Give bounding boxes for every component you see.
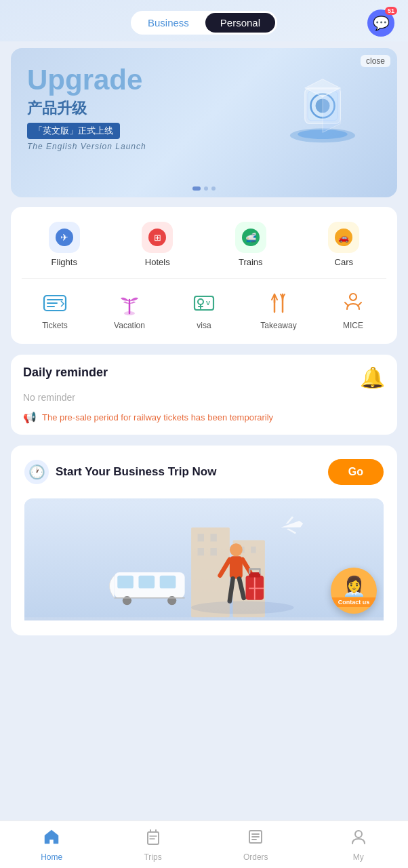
svg-point-45	[123, 596, 131, 605]
my-icon	[350, 828, 367, 850]
nav-orders-label: Orders	[243, 852, 268, 862]
flights-label: Flights	[52, 257, 77, 267]
reminder-notice: 📢 The pre-sale period for railway ticket…	[23, 411, 385, 424]
nav-trips-label: Trips	[144, 852, 161, 862]
nav-trips[interactable]: Trips	[133, 824, 172, 866]
vacation-icon	[115, 288, 144, 318]
contact-label: Contact us	[331, 597, 377, 607]
nav-home-label: Home	[41, 852, 62, 862]
svg-text:V: V	[206, 300, 210, 307]
banner-dots	[192, 186, 216, 191]
svg-rect-44	[160, 576, 176, 589]
takeaway-icon	[264, 288, 293, 318]
svg-point-46	[167, 596, 176, 605]
svg-rect-40	[251, 547, 256, 553]
nav-home[interactable]: Home	[30, 824, 73, 866]
go-button[interactable]: Go	[328, 459, 384, 485]
nav-orders[interactable]: Orders	[232, 824, 279, 866]
service-row-2: Tickets Vacation	[11, 279, 397, 340]
reminder-subtitle: No reminder	[23, 392, 385, 403]
chat-icon: 💬	[373, 15, 390, 31]
svg-line-30	[345, 302, 348, 306]
trip-illustration-svg	[24, 498, 384, 620]
service-visa[interactable]: V visa	[167, 284, 241, 334]
dot-3	[211, 186, 216, 191]
svg-line-31	[358, 302, 361, 306]
service-flights[interactable]: ✈ Flights	[18, 216, 111, 273]
banner-subtitle-cn: 产品升级	[27, 98, 381, 119]
reminder-header: Daily reminder 🔔	[23, 366, 385, 389]
service-row-1: ✈ Flights ⊞ Hotels 🚅 Trains	[11, 211, 397, 278]
svg-rect-35	[198, 534, 204, 541]
trains-icon: 🚅	[242, 229, 260, 246]
bottom-nav: Home Trips Orders	[0, 821, 408, 868]
svg-point-61	[191, 601, 293, 614]
mice-svg	[340, 290, 366, 316]
service-trains[interactable]: 🚅 Trains	[204, 216, 298, 273]
service-grid: ✈ Flights ⊞ Hotels 🚅 Trains	[11, 207, 397, 344]
trips-svg	[144, 828, 162, 846]
banner-close-button[interactable]: close	[361, 55, 390, 67]
service-takeaway[interactable]: Takeaway	[241, 284, 316, 334]
dot-1	[192, 186, 201, 191]
svg-point-29	[350, 294, 356, 300]
svg-rect-37	[198, 548, 204, 555]
notice-icon: 📢	[23, 411, 37, 424]
dot-2	[204, 186, 208, 191]
svg-point-20	[198, 299, 203, 304]
svg-text:⊞: ⊞	[154, 233, 161, 243]
tab-personal[interactable]: Personal	[205, 13, 275, 33]
trip-header: 🕐 Start Your Business Trip Now Go	[24, 459, 384, 485]
mice-icon	[338, 288, 368, 318]
visa-label: visa	[197, 321, 211, 330]
svg-point-71	[355, 831, 362, 837]
hotels-label: Hotels	[145, 257, 170, 267]
chat-badge: 51	[385, 7, 397, 15]
bell-icon[interactable]: 🔔	[360, 366, 385, 389]
tab-business[interactable]: Business	[133, 13, 204, 33]
svg-text:✈: ✈	[60, 232, 68, 243]
home-svg	[43, 828, 60, 846]
tickets-icon	[40, 288, 70, 318]
tickets-label: Tickets	[42, 321, 68, 330]
trip-title: Start Your Business Trip Now	[56, 465, 216, 479]
clock-icon: 🕐	[24, 460, 49, 484]
svg-rect-62	[148, 832, 159, 844]
trips-icon	[144, 828, 162, 850]
trip-left: 🕐 Start Your Business Trip Now	[24, 460, 216, 484]
vacation-label: Vacation	[114, 321, 145, 330]
svg-text:🚅: 🚅	[245, 232, 257, 243]
banner-badge-cn: 「英文版」正式上线	[27, 123, 120, 139]
notice-text: The pre-sale period for railway tickets …	[42, 412, 273, 422]
vacation-svg	[117, 290, 142, 316]
cars-icon-wrap: 🚗	[328, 222, 359, 253]
top-bar: Business Personal 💬 51	[0, 0, 408, 41]
home-icon	[43, 828, 60, 850]
flights-icon-wrap: ✈	[49, 222, 80, 253]
service-cars[interactable]: 🚗 Cars	[298, 216, 391, 273]
svg-rect-19	[195, 296, 213, 310]
tickets-svg	[42, 290, 68, 316]
nav-my[interactable]: My	[339, 824, 378, 866]
hotels-icon-wrap: ⊞	[142, 222, 173, 253]
service-hotels[interactable]: ⊞ Hotels	[111, 216, 205, 273]
svg-text:🚗: 🚗	[338, 232, 350, 243]
daily-reminder-card: Daily reminder 🔔 No reminder 📢 The pre-s…	[11, 355, 397, 435]
service-vacation[interactable]: Vacation	[92, 284, 167, 334]
service-tickets[interactable]: Tickets	[18, 284, 92, 334]
reminder-title: Daily reminder	[23, 366, 108, 380]
trip-illustration: 👩‍💼 Contact us	[24, 498, 384, 620]
flights-icon: ✈	[56, 229, 73, 246]
contact-us-button[interactable]: 👩‍💼 Contact us	[331, 568, 377, 614]
banner-content: Upgrade 产品升级 「英文版」正式上线 The English Versi…	[11, 48, 397, 167]
takeaway-svg	[266, 290, 291, 316]
my-svg	[350, 828, 367, 846]
svg-rect-43	[138, 576, 155, 589]
trains-label: Trains	[239, 257, 263, 267]
banner-subtitle-en: The English Version Launch	[27, 142, 381, 151]
service-mice[interactable]: MICE	[316, 284, 390, 334]
orders-svg	[247, 828, 264, 846]
chat-button[interactable]: 💬 51	[367, 9, 394, 37]
svg-point-48	[230, 543, 243, 556]
tab-switcher: Business Personal	[131, 11, 277, 35]
